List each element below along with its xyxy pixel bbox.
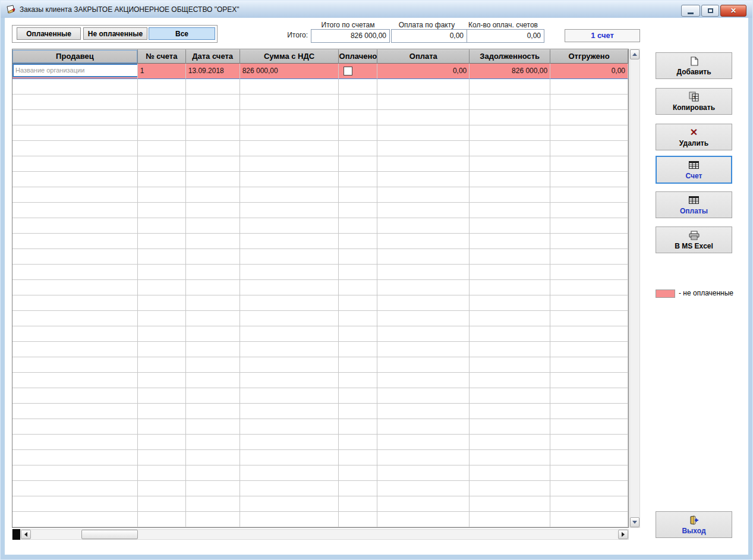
minimize-button[interactable] bbox=[681, 5, 700, 17]
empty-cell bbox=[12, 172, 138, 187]
empty-cell bbox=[377, 450, 470, 465]
column-header-invoice-no[interactable]: № счета bbox=[138, 49, 186, 64]
grid-empty-row bbox=[12, 218, 628, 234]
arrow-left-icon bbox=[24, 532, 27, 537]
empty-cell bbox=[550, 265, 628, 280]
empty-cell bbox=[470, 373, 550, 388]
column-header-shipped[interactable]: Отгружено bbox=[550, 49, 628, 64]
empty-cell bbox=[377, 249, 470, 265]
empty-cell bbox=[550, 125, 628, 141]
empty-cell bbox=[339, 496, 377, 512]
empty-cell bbox=[339, 203, 377, 218]
empty-cell bbox=[377, 419, 470, 435]
titlebar[interactable]: Заказы клиента ЗАКРЫТОЕ АКЦИОНЕРНОЕ ОБЩЕ… bbox=[1, 1, 752, 18]
empty-cell bbox=[339, 234, 377, 249]
empty-cell bbox=[186, 234, 240, 249]
empty-cell bbox=[138, 496, 186, 512]
vertical-scrollbar[interactable] bbox=[629, 49, 640, 528]
empty-cell bbox=[377, 280, 470, 295]
grid-empty-row bbox=[12, 95, 628, 110]
total-by-invoices-field[interactable]: 826 000,00 bbox=[311, 29, 390, 43]
empty-cell bbox=[470, 435, 550, 450]
close-button[interactable]: ✕ bbox=[720, 5, 746, 17]
filter-all-button[interactable]: Все bbox=[149, 27, 215, 40]
payments-button[interactable]: Оплаты bbox=[656, 191, 732, 218]
empty-cell bbox=[339, 450, 377, 465]
invoice-table-icon bbox=[689, 160, 699, 171]
delete-button[interactable]: ✕ Удалить bbox=[656, 124, 732, 150]
empty-cell bbox=[186, 249, 240, 265]
window-title: Заказы клиента ЗАКРЫТОЕ АКЦИОНЕРНОЕ ОБЩЕ… bbox=[20, 5, 240, 14]
empty-cell bbox=[240, 234, 339, 249]
empty-cell bbox=[470, 110, 550, 125]
empty-cell bbox=[339, 172, 377, 187]
filter-panel: Оплаченные Не оплаченные Все bbox=[12, 25, 218, 43]
empty-cell bbox=[339, 110, 377, 125]
empty-cell bbox=[550, 218, 628, 234]
empty-cell bbox=[186, 172, 240, 187]
empty-cell bbox=[377, 125, 470, 141]
empty-cell bbox=[339, 280, 377, 295]
empty-cell bbox=[470, 512, 550, 527]
grid-empty-row bbox=[12, 172, 628, 187]
empty-cell bbox=[339, 326, 377, 342]
seller-cell-editor[interactable]: Название организации bbox=[13, 64, 138, 77]
invoice-button[interactable]: Счет bbox=[656, 156, 732, 184]
excel-button[interactable]: В MS Excel bbox=[656, 226, 732, 253]
empty-cell bbox=[186, 357, 240, 373]
grid-empty-row bbox=[12, 342, 628, 357]
debt-cell: 826 000,00 bbox=[470, 64, 550, 79]
empty-cell bbox=[138, 357, 186, 373]
empty-cell bbox=[186, 110, 240, 125]
unpaid-legend-text: - не оплаченные bbox=[679, 289, 733, 297]
empty-cell bbox=[12, 435, 138, 450]
grid-empty-row bbox=[12, 450, 628, 465]
empty-cell bbox=[550, 172, 628, 187]
empty-cell bbox=[470, 326, 550, 342]
printer-icon bbox=[689, 230, 700, 241]
column-header-payment[interactable]: Оплата bbox=[377, 49, 470, 64]
column-header-amount-vat[interactable]: Сумма с НДС bbox=[240, 49, 339, 64]
scroll-left-button[interactable] bbox=[21, 530, 31, 539]
column-header-paid[interactable]: Оплачено bbox=[339, 49, 377, 64]
empty-cell bbox=[339, 95, 377, 110]
copy-button[interactable]: $ Копировать bbox=[656, 88, 732, 115]
filter-unpaid-button[interactable]: Не оплаченные bbox=[83, 27, 147, 40]
arrow-down-icon bbox=[632, 521, 637, 524]
scroll-down-button[interactable] bbox=[630, 517, 639, 527]
horizontal-scrollbar[interactable] bbox=[12, 529, 629, 540]
paid-checkbox[interactable] bbox=[344, 67, 352, 75]
exit-button[interactable]: Выход bbox=[656, 511, 732, 538]
column-header-seller[interactable]: Продавец bbox=[12, 49, 138, 64]
empty-cell bbox=[339, 295, 377, 311]
column-header-debt[interactable]: Задолженность bbox=[470, 49, 550, 64]
empty-cell bbox=[138, 218, 186, 234]
grid-empty-rows bbox=[12, 79, 628, 527]
filter-paid-button[interactable]: Оплаченные bbox=[17, 27, 81, 40]
empty-cell bbox=[138, 110, 186, 125]
empty-cell bbox=[138, 404, 186, 419]
empty-cell bbox=[186, 512, 240, 527]
empty-cell bbox=[12, 404, 138, 419]
paid-fact-field[interactable]: 0,00 bbox=[391, 29, 467, 43]
order-row[interactable]: Название организации 1 13.09.2018 826 00… bbox=[12, 64, 628, 79]
horizontal-scroll-thumb[interactable] bbox=[81, 530, 138, 539]
scroll-right-button[interactable] bbox=[618, 530, 628, 539]
paid-count-field[interactable]: 0,00 bbox=[467, 29, 544, 43]
grid-empty-row bbox=[12, 79, 628, 95]
grid-empty-row bbox=[12, 404, 628, 419]
empty-cell bbox=[550, 203, 628, 218]
empty-cell bbox=[186, 481, 240, 496]
empty-cell bbox=[377, 311, 470, 326]
scroll-up-button[interactable] bbox=[630, 49, 639, 59]
paid-fact-label: Оплата по факту bbox=[386, 21, 467, 29]
close-icon: ✕ bbox=[730, 7, 736, 15]
column-header-invoice-date[interactable]: Дата счета bbox=[186, 49, 240, 64]
add-button[interactable]: Добавить bbox=[656, 52, 732, 79]
empty-cell bbox=[12, 125, 138, 141]
empty-cell bbox=[138, 311, 186, 326]
empty-cell bbox=[240, 218, 339, 234]
maximize-button[interactable] bbox=[701, 5, 719, 17]
minimize-icon bbox=[688, 12, 694, 14]
empty-cell bbox=[339, 125, 377, 141]
